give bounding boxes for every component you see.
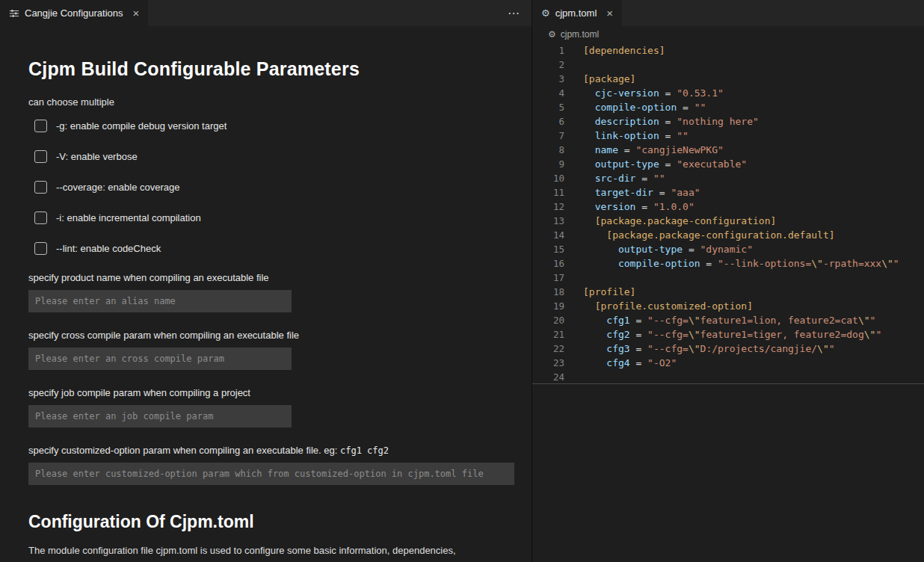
line-text: version = "1.0.0" xyxy=(564,200,694,214)
left-editor-group: Cangjie Configurations × ⋯ Cjpm Build Co… xyxy=(0,0,532,562)
line-text: output-type = "executable" xyxy=(564,157,747,171)
code-line[interactable]: 15 output-type = "dynamic" xyxy=(532,242,924,256)
checkbox-label: -V: enable verbose xyxy=(56,151,138,162)
gear-icon: ⚙ xyxy=(541,7,550,19)
checkbox[interactable] xyxy=(34,150,47,163)
line-text xyxy=(564,58,583,72)
code-line[interactable]: 18[profile] xyxy=(532,285,924,299)
tab-cangjie-configurations[interactable]: Cangjie Configurations × xyxy=(0,0,148,26)
line-number: 18 xyxy=(532,285,564,299)
text-input[interactable] xyxy=(28,348,292,370)
line-number: 21 xyxy=(532,327,564,342)
line-text: [profile] xyxy=(564,285,635,299)
code-line[interactable]: 9 output-type = "executable" xyxy=(532,157,924,171)
code-line[interactable]: 10 src-dir = "" xyxy=(532,171,924,185)
right-tab-bar: ⚙ cjpm.toml × xyxy=(532,0,924,26)
code-line[interactable]: 17 xyxy=(532,271,924,285)
code-line[interactable]: 21 cfg2 = "--cfg=\"feature1=tiger, featu… xyxy=(532,327,924,342)
code-line[interactable]: 14 [package.package-configuration.defaul… xyxy=(532,228,924,242)
code-line[interactable]: 7 link-option = "" xyxy=(532,129,924,143)
line-text: [dependencies] xyxy=(564,43,665,58)
code-line[interactable]: 23 cfg4 = "-O2" xyxy=(532,356,924,370)
line-text: description = "nothing here" xyxy=(564,114,759,129)
line-number: 10 xyxy=(532,171,564,185)
code-line[interactable]: 13 [package.package-configuration] xyxy=(532,214,924,228)
checkbox-label: --lint: enable codeCheck xyxy=(56,243,161,254)
code-line[interactable]: 1[dependencies] xyxy=(532,43,924,58)
checkbox-label: --coverage: enable coverage xyxy=(56,182,180,193)
code-line[interactable]: 11 target-dir = "aaa" xyxy=(532,185,924,200)
code-line[interactable]: 3[package] xyxy=(532,72,924,86)
code-line[interactable]: 24 xyxy=(532,370,924,384)
breadcrumb-item[interactable]: cjpm.toml xyxy=(561,29,599,40)
code-line[interactable]: 20 cfg1 = "--cfg=\"feature1=lion, featur… xyxy=(532,313,924,327)
code-editor: 1[dependencies]23[package]4 cjc-version … xyxy=(532,43,924,562)
tab-bar-spacer xyxy=(148,0,497,26)
line-text: cfg2 = "--cfg=\"feature1=tiger, feature2… xyxy=(564,327,881,342)
line-number: 4 xyxy=(532,86,564,100)
line-number: 5 xyxy=(532,100,564,114)
line-text: cjc-version = "0.53.1" xyxy=(564,86,724,100)
line-text: cfg3 = "--cfg=\"D:/projects/cangjie/\"" xyxy=(564,342,835,356)
checkbox-list: -g: enable compile debug version target-… xyxy=(28,120,532,255)
more-actions-button[interactable]: ⋯ xyxy=(497,0,532,26)
checkbox-row: --coverage: enable coverage xyxy=(28,181,532,194)
line-number: 7 xyxy=(532,129,564,143)
tab-cjpm-toml[interactable]: ⚙ cjpm.toml × xyxy=(532,0,622,26)
section-heading: Configuration Of Cjpm.toml xyxy=(28,512,532,532)
line-number: 3 xyxy=(532,72,564,86)
text-input[interactable] xyxy=(28,290,292,312)
line-text: cfg4 = "-O2" xyxy=(564,356,677,370)
left-tab-bar: Cangjie Configurations × ⋯ xyxy=(0,0,532,26)
line-number: 9 xyxy=(532,157,564,171)
checkbox[interactable] xyxy=(34,242,47,255)
code-line[interactable]: 2 xyxy=(532,58,924,72)
checkbox[interactable] xyxy=(34,120,47,132)
checkbox-row: --lint: enable codeCheck xyxy=(28,242,532,255)
line-number: 20 xyxy=(532,313,564,327)
checkbox-label: -g: enable compile debug version target xyxy=(56,120,227,132)
line-text xyxy=(564,370,583,383)
line-number: 22 xyxy=(532,342,564,356)
checkbox[interactable] xyxy=(34,211,47,224)
line-text: [package.package-configuration] xyxy=(564,214,776,228)
line-number: 23 xyxy=(532,356,564,370)
line-number: 14 xyxy=(532,228,564,242)
gear-icon: ⚙ xyxy=(548,29,556,40)
line-number: 6 xyxy=(532,114,564,129)
line-text xyxy=(564,271,583,285)
checkbox-row: -V: enable verbose xyxy=(28,150,532,163)
code-line[interactable]: 19 [profile.customized-option] xyxy=(532,299,924,313)
code-line[interactable]: 22 cfg3 = "--cfg=\"D:/projects/cangjie/\… xyxy=(532,342,924,356)
line-number: 15 xyxy=(532,242,564,256)
checkbox[interactable] xyxy=(34,181,47,194)
breadcrumb[interactable]: ⚙ cjpm.toml xyxy=(532,26,924,43)
field-label: specify cross compile param when compili… xyxy=(28,330,532,341)
close-icon[interactable]: × xyxy=(133,7,140,19)
code-line[interactable]: 6 description = "nothing here" xyxy=(532,114,924,129)
line-number: 24 xyxy=(532,370,564,383)
subtitle: can choose multiple xyxy=(28,96,532,108)
code-line[interactable]: 4 cjc-version = "0.53.1" xyxy=(532,86,924,100)
line-text: name = "cangjieNewPKG" xyxy=(564,143,724,157)
field-list: specify product name when compiling an e… xyxy=(28,272,532,485)
line-number: 11 xyxy=(532,185,564,200)
cangjie-config-webview: Cjpm Build Configurable Parameters can c… xyxy=(0,26,532,562)
line-text: link-option = "" xyxy=(564,129,689,143)
line-text: [package.package-configuration.default] xyxy=(564,228,835,242)
text-input[interactable] xyxy=(28,463,514,485)
line-text: compile-option = "--link-options=\"-rpat… xyxy=(564,256,899,271)
code-line[interactable]: 16 compile-option = "--link-options=\"-r… xyxy=(532,256,924,271)
line-number: 16 xyxy=(532,256,564,271)
line-number: 17 xyxy=(532,271,564,285)
code-line[interactable]: 12 version = "1.0.0" xyxy=(532,200,924,214)
line-number: 12 xyxy=(532,200,564,214)
code-line[interactable]: 5 compile-option = "" xyxy=(532,100,924,114)
text-input[interactable] xyxy=(28,405,292,427)
field-label-code: cfg1 cfg2 xyxy=(340,445,389,456)
page-title: Cjpm Build Configurable Parameters xyxy=(28,58,532,80)
close-icon[interactable]: × xyxy=(606,7,613,19)
line-text: output-type = "dynamic" xyxy=(564,242,753,256)
code-line[interactable]: 8 name = "cangjieNewPKG" xyxy=(532,143,924,157)
line-text: [package] xyxy=(564,72,635,86)
